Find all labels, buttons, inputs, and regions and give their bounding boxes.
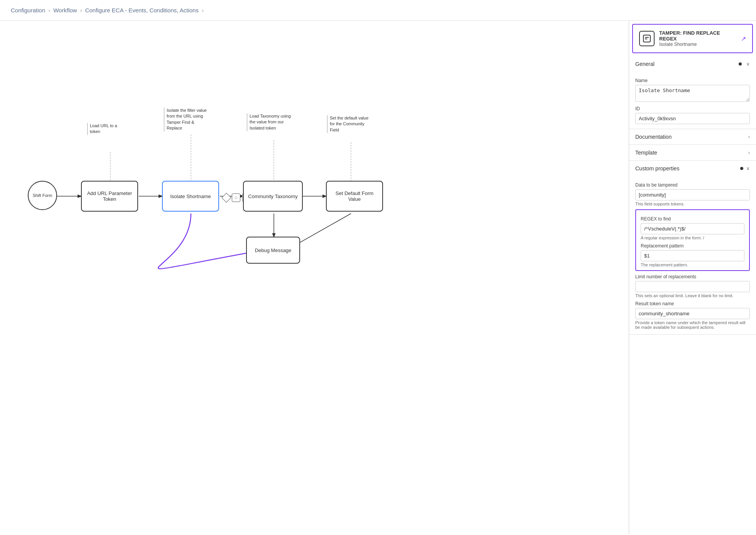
node-debug-message[interactable]: Debug Message (246, 237, 300, 264)
replacement-hint: The replacement pattern. (641, 262, 744, 267)
result-token-label: Result token name (635, 301, 750, 306)
breadcrumb-configuration[interactable]: Configuration (11, 7, 45, 13)
id-input[interactable] (635, 113, 750, 124)
section-general: General ∨ Name ID (629, 56, 756, 129)
panel-subtitle: Isolate Shortname (659, 42, 736, 47)
data-tampered-input[interactable] (635, 189, 750, 200)
custom-props-dot (740, 167, 743, 170)
breadcrumb-workflow[interactable]: Workflow (53, 7, 77, 13)
name-input[interactable] (635, 85, 750, 102)
breadcrumb-sep-2: › (80, 7, 82, 13)
section-custom-properties: Custom properties ∨ Data to be tampered … (629, 161, 756, 335)
section-template: Template › (629, 145, 756, 161)
data-tampered-hint: This field supports tokens. (635, 202, 750, 206)
replacement-input[interactable] (641, 250, 744, 261)
custom-properties-label: Custom properties (635, 165, 679, 172)
tamper-icon (639, 31, 655, 46)
canvas-svg (0, 21, 629, 534)
svg-line-7 (293, 214, 351, 246)
data-tampered-label: Data to be tampered (635, 182, 750, 188)
regex-hint: A regular expression in the form: / (641, 236, 744, 240)
breadcrumb-configure-eca[interactable]: Configure ECA - Events, Conditions, Acti… (85, 7, 199, 13)
section-documentation: Documentation › (629, 129, 756, 145)
section-general-header[interactable]: General ∨ (629, 56, 756, 72)
template-label: Template (635, 150, 657, 156)
node-label-debug-message: Debug Message (255, 247, 292, 253)
diamond-icon (221, 193, 231, 202)
id-label: ID (635, 106, 750, 111)
result-token-hint: Provide a token name under which the tam… (635, 320, 750, 330)
node-label-isolate-shortname: Isolate Shortname (170, 193, 211, 199)
annotation-load-taxonomy: Load Taxonomy using the value from our I… (247, 113, 292, 131)
square-icon: □ (232, 193, 240, 202)
node-label-add-url: Add URL Parameter Token (85, 190, 134, 202)
custom-props-label-group: Custom properties (635, 165, 679, 172)
section-template-header[interactable]: Template › (629, 145, 756, 160)
panel-header-text: TAMPER: FIND REPLACE REGEX Isolate Short… (659, 30, 736, 47)
node-shift-form[interactable]: Shift Form (28, 181, 57, 210)
node-label-set-default: Set Default Form Value (330, 190, 379, 202)
panel-title: TAMPER: FIND REPLACE REGEX (659, 30, 736, 42)
regex-label: REGEX to find (641, 216, 744, 222)
annotation-isolate: Isolate the filter value from the URL us… (164, 108, 208, 131)
node-isolate-shortname[interactable]: Isolate Shortname (162, 181, 219, 212)
regex-replacement-box: REGEX to find A regular expression in th… (635, 209, 750, 271)
template-chevron: › (748, 150, 750, 155)
panel-header: TAMPER: FIND REPLACE REGEX Isolate Short… (632, 24, 753, 53)
annotation-load-url: Load URL to a token (87, 123, 126, 135)
custom-props-chevron: ∨ (746, 166, 750, 171)
section-documentation-header[interactable]: Documentation › (629, 129, 756, 145)
limit-label: Limit number of replacements (635, 274, 750, 279)
documentation-chevron: › (748, 134, 750, 140)
general-dot (739, 62, 742, 66)
replacement-label: Replacement pattern (641, 243, 744, 249)
section-general-body: Name ID (629, 72, 756, 129)
breadcrumb-sep-3: › (202, 7, 204, 13)
general-chevron: ∨ (746, 61, 750, 67)
documentation-label: Documentation (635, 134, 672, 140)
right-panel: TAMPER: FIND REPLACE REGEX Isolate Short… (629, 21, 756, 534)
regex-input[interactable] (641, 223, 744, 234)
name-label: Name (635, 78, 750, 83)
breadcrumb-sep-1: › (48, 7, 50, 13)
breadcrumb: Configuration › Workflow › Configure ECA… (0, 0, 756, 21)
section-general-label-group: General (635, 61, 655, 67)
external-link-icon[interactable]: ↗ (741, 35, 746, 42)
node-add-url[interactable]: Add URL Parameter Token (81, 181, 138, 212)
section-custom-properties-header[interactable]: Custom properties ∨ (629, 161, 756, 176)
result-token-input[interactable] (635, 308, 750, 319)
section-custom-properties-body: Data to be tampered This field supports … (629, 176, 756, 334)
node-community-taxonomy[interactable]: Community Taxonomy (243, 181, 303, 212)
limit-input[interactable] (635, 281, 750, 292)
general-label: General (635, 61, 655, 67)
node-label-shift-form: Shift Form (33, 193, 52, 198)
workflow-canvas[interactable]: Shift Form Load URL to a token Add URL P… (0, 21, 629, 534)
node-set-default[interactable]: Set Default Form Value (326, 181, 383, 212)
annotation-set-default: Set the default value for the Community … (327, 115, 371, 133)
node-label-community-taxonomy: Community Taxonomy (248, 193, 297, 199)
limit-hint: This sets an optional limit. Leave it bl… (635, 293, 750, 298)
